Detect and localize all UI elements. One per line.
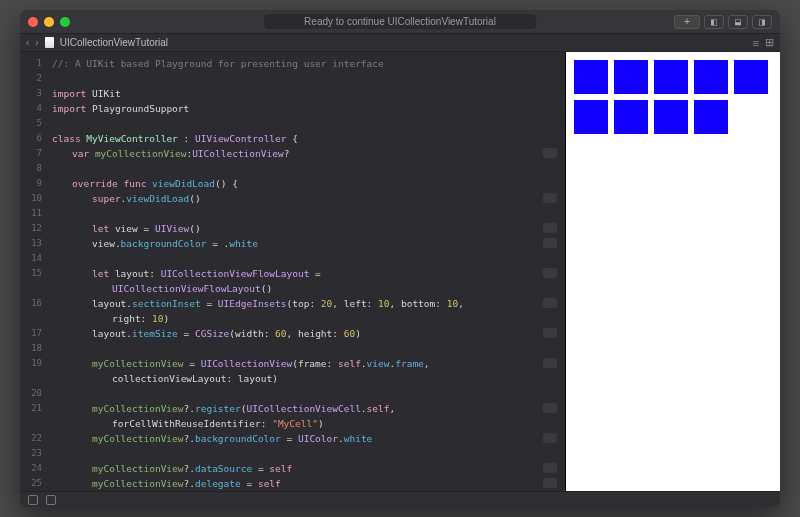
line-number: 16 — [20, 296, 42, 311]
line-number: 12 — [20, 221, 42, 236]
result-marker[interactable] — [543, 268, 557, 278]
code-line[interactable]: //: A UIKit based Playground for present… — [52, 56, 561, 71]
line-number: 15 — [20, 266, 42, 281]
result-marker[interactable] — [543, 478, 557, 488]
code-line[interactable]: layout.sectionInset = UIEdgeInsets(top: … — [52, 296, 561, 311]
code-line[interactable] — [52, 161, 561, 176]
code-area[interactable]: //: A UIKit based Playground for present… — [48, 52, 565, 491]
line-number: 13 — [20, 236, 42, 251]
debug-panel-icon[interactable] — [28, 495, 38, 505]
code-line[interactable]: view.backgroundColor = .white — [52, 236, 561, 251]
collection-cell[interactable] — [614, 100, 648, 134]
add-button[interactable]: + — [674, 15, 700, 29]
line-number: 6 — [20, 131, 42, 146]
collection-view-grid — [574, 60, 772, 134]
line-number: 3 — [20, 86, 42, 101]
code-line[interactable] — [52, 116, 561, 131]
titlebar: Ready to continue UICollectionViewTutori… — [20, 10, 780, 34]
close-icon[interactable] — [28, 17, 38, 27]
code-line[interactable] — [52, 251, 561, 266]
live-preview — [565, 52, 780, 491]
code-editor[interactable]: 1234567891011121314151617181920212223242… — [20, 52, 565, 491]
line-gutter: 1234567891011121314151617181920212223242… — [20, 52, 48, 491]
result-marker[interactable] — [543, 358, 557, 368]
code-line[interactable]: let view = UIView() — [52, 221, 561, 236]
code-line[interactable]: myCollectionView?.dataSource = self — [52, 461, 561, 476]
collection-cell[interactable] — [574, 100, 608, 134]
main-area: 1234567891011121314151617181920212223242… — [20, 52, 780, 491]
status-bar — [20, 491, 780, 507]
collection-cell[interactable] — [694, 60, 728, 94]
panel-left-button[interactable]: ◧ — [704, 15, 724, 29]
code-line[interactable]: import PlaygroundSupport — [52, 101, 561, 116]
result-marker[interactable] — [543, 433, 557, 443]
result-marker[interactable] — [543, 148, 557, 158]
line-number: 25 — [20, 476, 42, 491]
xcode-window: Ready to continue UICollectionViewTutori… — [20, 10, 780, 507]
line-number: 24 — [20, 461, 42, 476]
jump-bar-filename[interactable]: UICollectionViewTutorial — [60, 37, 168, 48]
code-line[interactable] — [52, 71, 561, 86]
back-icon[interactable]: ‹ — [26, 37, 29, 48]
panel-right-button[interactable]: ◨ — [752, 15, 772, 29]
collection-cell[interactable] — [614, 60, 648, 94]
line-number: 2 — [20, 71, 42, 86]
line-number — [20, 311, 42, 326]
code-line[interactable] — [52, 446, 561, 461]
window-controls — [28, 17, 70, 27]
code-line[interactable]: right: 10) — [52, 311, 561, 326]
zoom-icon[interactable] — [60, 17, 70, 27]
result-marker[interactable] — [543, 238, 557, 248]
line-number: 14 — [20, 251, 42, 266]
collection-cell[interactable] — [694, 100, 728, 134]
add-editor-icon[interactable]: ⊞ — [765, 36, 774, 49]
lines-icon[interactable]: ≡ — [753, 37, 759, 49]
code-line[interactable]: var myCollectionView:UICollectionView? — [52, 146, 561, 161]
code-line[interactable] — [52, 341, 561, 356]
line-number: 10 — [20, 191, 42, 206]
collection-cell[interactable] — [734, 60, 768, 94]
result-marker[interactable] — [543, 298, 557, 308]
jump-bar: ‹ › UICollectionViewTutorial ≡ ⊞ — [20, 34, 780, 52]
code-line[interactable]: override func viewDidLoad() { — [52, 176, 561, 191]
code-line[interactable]: import UIKit — [52, 86, 561, 101]
line-number: 18 — [20, 341, 42, 356]
collection-cell[interactable] — [654, 60, 688, 94]
result-marker[interactable] — [543, 463, 557, 473]
line-number: 5 — [20, 116, 42, 131]
line-number: 19 — [20, 356, 42, 371]
line-number: 22 — [20, 431, 42, 446]
line-number: 8 — [20, 161, 42, 176]
code-line[interactable]: collectionViewLayout: layout) — [52, 371, 561, 386]
result-marker[interactable] — [543, 223, 557, 233]
code-line[interactable]: myCollectionView?.register(UICollectionV… — [52, 401, 561, 416]
code-line[interactable] — [52, 386, 561, 401]
code-line[interactable]: myCollectionView?.backgroundColor = UICo… — [52, 431, 561, 446]
line-number — [20, 371, 42, 386]
code-line[interactable]: class MyViewController : UIViewControlle… — [52, 131, 561, 146]
collection-cell[interactable] — [654, 100, 688, 134]
minimize-icon[interactable] — [44, 17, 54, 27]
code-line[interactable]: myCollectionView = UICollectionView(fram… — [52, 356, 561, 371]
code-line[interactable]: UICollectionViewFlowLayout() — [52, 281, 561, 296]
result-marker[interactable] — [543, 403, 557, 413]
line-number: 20 — [20, 386, 42, 401]
collection-cell[interactable] — [574, 60, 608, 94]
code-line[interactable]: forCellWithReuseIdentifier: "MyCell") — [52, 416, 561, 431]
panel-bottom-button[interactable]: ⬓ — [728, 15, 748, 29]
code-line[interactable]: myCollectionView?.delegate = self — [52, 476, 561, 491]
code-line[interactable] — [52, 206, 561, 221]
line-number: 21 — [20, 401, 42, 416]
result-marker[interactable] — [543, 328, 557, 338]
toolbar-right: + ◧ ⬓ ◨ — [674, 15, 772, 29]
line-number: 4 — [20, 101, 42, 116]
result-marker[interactable] — [543, 193, 557, 203]
line-number: 7 — [20, 146, 42, 161]
code-line[interactable]: layout.itemSize = CGSize(width: 60, heig… — [52, 326, 561, 341]
code-line[interactable]: let layout: UICollectionViewFlowLayout = — [52, 266, 561, 281]
results-panel-icon[interactable] — [46, 495, 56, 505]
code-line[interactable]: super.viewDidLoad() — [52, 191, 561, 206]
line-number: 9 — [20, 176, 42, 191]
line-number — [20, 416, 42, 431]
forward-icon[interactable]: › — [35, 37, 38, 48]
